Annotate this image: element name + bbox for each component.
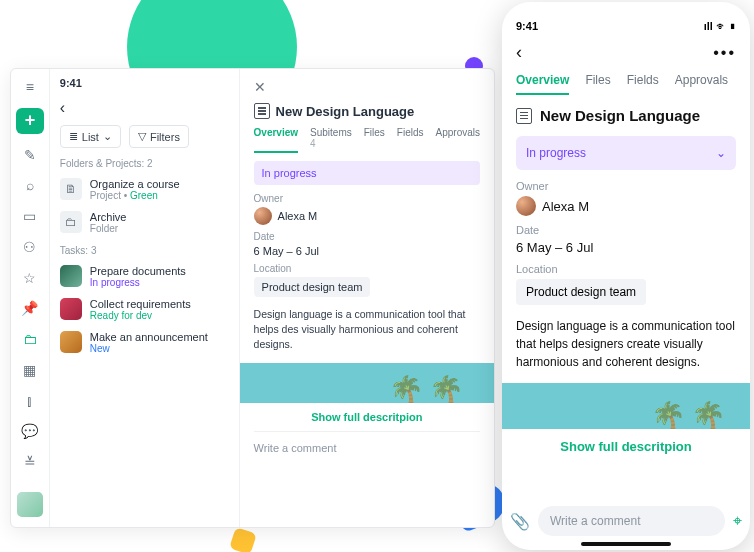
search-icon[interactable]: ⌕ — [19, 175, 41, 196]
chat-icon[interactable]: 💬 — [19, 421, 41, 442]
star-icon[interactable]: ☆ — [19, 267, 41, 288]
comment-input[interactable]: Write a comment — [254, 431, 480, 464]
folder-icon[interactable]: 🗀 — [19, 329, 41, 350]
date-value: 6 May – 6 Jul — [516, 240, 736, 255]
reports-icon[interactable]: ⫿ — [19, 390, 41, 411]
tab-overview[interactable]: Overview — [516, 73, 569, 95]
owner-name: Alexa M — [542, 199, 589, 214]
view-list-dropdown[interactable]: ≣ List ⌄ — [60, 125, 121, 148]
add-button[interactable]: + — [16, 108, 44, 134]
document-icon — [254, 103, 270, 119]
phone-window: 9:41 ıll ᯤ ▮ ‹ ••• Overview Files Fields… — [502, 2, 750, 550]
detail-pane: ✕ New Design Language Overview Subitems … — [240, 69, 494, 527]
tasks-header: Tasks: 3 — [60, 245, 229, 256]
nav-rail: ≡ + ✎ ⌕ ▭ ⚇ ☆ 📌 🗀 ▦ ⫿ 💬 ≚ — [11, 69, 50, 527]
folder-item[interactable]: 🗎 Organize a course Project • Green — [60, 173, 229, 206]
assignee-avatar — [60, 298, 82, 320]
tab-fields[interactable]: Fields — [397, 127, 424, 153]
folders-header: Folders & Projects: 2 — [60, 158, 229, 169]
assignee-avatar — [60, 265, 82, 287]
phone-statusbar: 9:41 ıll ᯤ ▮ — [516, 20, 736, 32]
filters-label: Filters — [150, 131, 180, 143]
close-button[interactable]: ✕ — [254, 79, 266, 95]
tab-files[interactable]: Files — [585, 73, 610, 95]
task-status: New — [90, 343, 208, 354]
assignee-avatar — [60, 331, 82, 353]
owner-label: Owner — [254, 193, 480, 204]
owner-avatar — [516, 196, 536, 216]
grid-icon[interactable]: ▦ — [19, 359, 41, 380]
show-full-button[interactable]: Show full descritpion — [516, 429, 736, 464]
description-text: Design language is a communication tool … — [516, 317, 736, 371]
owner-avatar — [254, 207, 272, 225]
task-item[interactable]: Collect requirements Ready for dev — [60, 293, 229, 326]
description-text: Design language is a communication tool … — [254, 307, 480, 353]
tab-approvals[interactable]: Approvals — [436, 127, 480, 153]
phone-title: New Design Language — [540, 107, 700, 124]
date-value: 6 May – 6 Jul — [254, 245, 480, 257]
list-column: 9:41 ‹ ≣ List ⌄ ▽ Filters Folders & Proj… — [50, 69, 240, 527]
phone-tabs: Overview Files Fields Approvals Time t — [516, 73, 736, 95]
tab-approvals[interactable]: Approvals — [675, 73, 728, 95]
location-chip[interactable]: Product design team — [516, 279, 646, 305]
folder-title: Archive — [90, 211, 127, 223]
scan-icon[interactable]: ⌖ — [733, 512, 742, 530]
phone-status-icons: ıll ᯤ ▮ — [704, 20, 736, 32]
phone-more-button[interactable]: ••• — [713, 44, 736, 62]
task-title: Prepare documents — [90, 265, 186, 277]
phone-home-indicator — [581, 542, 671, 546]
cover-image: 🌴🌴 — [502, 383, 750, 429]
location-chip[interactable]: Product design team — [254, 277, 371, 297]
phone-status-text: In progress — [526, 146, 586, 160]
pin-icon[interactable]: 📌 — [19, 298, 41, 319]
tab-subitems[interactable]: Subitems 4 — [310, 127, 352, 153]
folder-item[interactable]: 🗀 Archive Folder — [60, 206, 229, 239]
chevron-down-icon: ⌄ — [716, 146, 726, 160]
folder-sub: Folder — [90, 223, 127, 234]
task-item[interactable]: Prepare documents In progress — [60, 260, 229, 293]
owner-label: Owner — [516, 180, 736, 192]
folder-glyph-icon: 🗀 — [60, 211, 82, 233]
task-status: Ready for dev — [90, 310, 191, 321]
inbox-icon[interactable]: ▭ — [19, 206, 41, 227]
filters-button[interactable]: ▽ Filters — [129, 125, 189, 148]
current-user-avatar[interactable] — [17, 492, 43, 517]
tab-fields[interactable]: Fields — [627, 73, 659, 95]
folder-sub-prefix: Project • — [90, 190, 130, 201]
show-full-button[interactable]: Show full descritpion — [254, 403, 480, 431]
date-label: Date — [254, 231, 480, 242]
detail-title: New Design Language — [276, 104, 415, 119]
phone-time: 9:41 — [516, 20, 538, 32]
folder-title: Organize a course — [90, 178, 180, 190]
decor-blob-yellow — [229, 527, 257, 552]
task-status: In progress — [90, 277, 186, 288]
detail-tabs: Overview Subitems 4 Files Fields Approva… — [254, 127, 480, 153]
window-time: 9:41 — [60, 77, 229, 89]
location-label: Location — [254, 263, 480, 274]
chevron-down-icon: ⌄ — [103, 130, 112, 143]
folder-sub-accent: Green — [130, 190, 158, 201]
attach-icon[interactable]: 📎 — [510, 512, 530, 531]
phone-back-button[interactable]: ‹ — [516, 42, 522, 63]
view-list-label: List — [82, 131, 99, 143]
project-icon: 🗎 — [60, 178, 82, 200]
team-icon[interactable]: ⚇ — [19, 236, 41, 257]
owner-name: Alexa M — [278, 210, 318, 222]
task-title: Make an announcement — [90, 331, 208, 343]
location-label: Location — [516, 263, 736, 275]
bookmark-icon[interactable]: ✎ — [19, 144, 41, 165]
phone-comment-input[interactable]: Write a comment — [538, 506, 725, 536]
phone-status-chip[interactable]: In progress ⌄ — [516, 136, 736, 170]
cover-image: 🌴🌴 — [240, 363, 494, 403]
settings-icon[interactable]: ≚ — [19, 452, 41, 473]
date-label: Date — [516, 224, 736, 236]
tab-overview[interactable]: Overview — [254, 127, 298, 153]
status-chip[interactable]: In progress — [254, 161, 480, 185]
back-button[interactable]: ‹ — [60, 99, 65, 117]
menu-icon[interactable]: ≡ — [19, 77, 41, 98]
document-icon — [516, 108, 532, 124]
desktop-window: ≡ + ✎ ⌕ ▭ ⚇ ☆ 📌 🗀 ▦ ⫿ 💬 ≚ 9:41 ‹ ≣ List … — [10, 68, 495, 528]
tab-files[interactable]: Files — [364, 127, 385, 153]
task-title: Collect requirements — [90, 298, 191, 310]
task-item[interactable]: Make an announcement New — [60, 326, 229, 359]
